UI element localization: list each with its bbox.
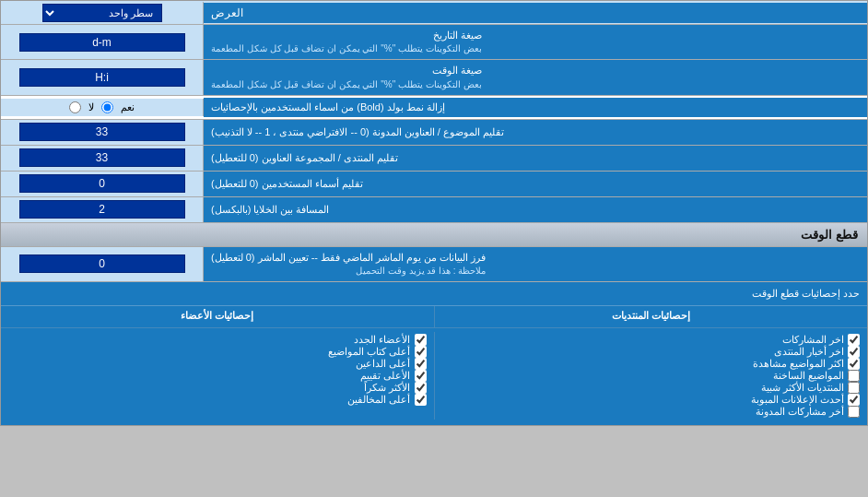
stats-col1-label-1: اخر أخبار المنتدى bbox=[774, 346, 844, 358]
stats-col1-item-3: المواضيع الساخنة bbox=[442, 370, 861, 382]
username-limit-label: تقليم أسماء المستخدمين (0 للتعطيل) bbox=[204, 172, 867, 196]
stats-col1-check-0[interactable] bbox=[848, 334, 860, 346]
cell-spacing-input-cell bbox=[1, 197, 204, 222]
cuttime-section-header: قطع الوقت bbox=[1, 223, 867, 247]
bold-remove-radio-cell: نعم لا bbox=[1, 99, 204, 116]
stats-col1-label-6: أخر مشاركات المدونة bbox=[756, 406, 844, 418]
bold-remove-row: إزالة نمط بولد (Bold) من اسماء المستخدمي… bbox=[1, 96, 867, 120]
username-limit-input[interactable] bbox=[19, 174, 185, 193]
stats-col2-check-1[interactable] bbox=[415, 346, 427, 358]
stats-col2-check-4[interactable] bbox=[415, 382, 427, 394]
date-format-label: صيغة التاريخ بعض التكوينات يتطلب "%" الت… bbox=[204, 25, 867, 59]
stats-col1: اخر المشاركات اخر أخبار المنتدى اكثر الم… bbox=[434, 332, 868, 420]
stats-col1-check-6[interactable] bbox=[848, 406, 860, 418]
username-limit-input-cell bbox=[1, 172, 204, 196]
stats-headers-row: إحصائيات المنتديات إحصائيات الأعضاء bbox=[1, 306, 867, 328]
cuttime-stats-label-row: حدد إحصائيات قطع الوقت bbox=[1, 282, 867, 306]
bold-remove-label: إزالة نمط بولد (Bold) من اسماء المستخدمي… bbox=[204, 98, 867, 117]
stats-col1-label-4: المنتديات الأكثر شبية bbox=[761, 382, 844, 394]
display-row: العرض سطر واحد سطرين ثلاثة أسطر bbox=[1, 1, 867, 25]
stats-col1-header: إحصائيات المنتديات bbox=[434, 306, 868, 327]
bold-yes-radio[interactable] bbox=[101, 101, 113, 113]
display-select[interactable]: سطر واحد سطرين ثلاثة أسطر bbox=[42, 4, 162, 22]
stats-col1-check-1[interactable] bbox=[848, 346, 860, 358]
cuttime-row-label: فرز البيانات من يوم الماشر الماضي فقط --… bbox=[204, 247, 867, 281]
stats-col2-header: إحصائيات الأعضاء bbox=[1, 306, 434, 327]
stats-col1-item-4: المنتديات الأكثر شبية bbox=[442, 382, 861, 394]
stats-col2-item-3: الأعلى تقييم bbox=[8, 370, 427, 382]
main-container: العرض سطر واحد سطرين ثلاثة أسطر صيغة الت… bbox=[0, 0, 868, 426]
stats-col2-label-5: أعلى المخالفين bbox=[347, 394, 410, 406]
display-label: العرض bbox=[204, 3, 867, 23]
stats-col2-check-5[interactable] bbox=[415, 394, 427, 406]
cell-spacing-label: المسافة بين الخلايا (بالبكسل) bbox=[204, 197, 867, 222]
date-format-input[interactable] bbox=[19, 33, 185, 52]
stats-col1-check-3[interactable] bbox=[848, 370, 860, 382]
time-format-input[interactable] bbox=[19, 68, 185, 87]
stats-col2-check-2[interactable] bbox=[415, 358, 427, 370]
cuttime-stats-label: حدد إحصائيات قطع الوقت bbox=[1, 284, 867, 303]
stats-checkboxes-area: اخر المشاركات اخر أخبار المنتدى اكثر الم… bbox=[1, 328, 867, 425]
stats-col1-label-0: اخر المشاركات bbox=[782, 334, 844, 346]
forum-group-row: تقليم المنتدى / المجموعة العناوين (0 للت… bbox=[1, 146, 867, 172]
username-limit-row: تقليم أسماء المستخدمين (0 للتعطيل) bbox=[1, 172, 867, 197]
stats-col2-label-4: الأكثر شكراً bbox=[364, 382, 410, 394]
stats-col2-item-4: الأكثر شكراً bbox=[8, 382, 427, 394]
time-format-input-cell bbox=[1, 60, 204, 94]
topic-title-row: تقليم الموضوع / العناوين المدونة (0 -- ا… bbox=[1, 120, 867, 146]
cuttime-input-cell bbox=[1, 247, 204, 281]
stats-col1-label-5: أحدث الإعلانات المبوبة bbox=[751, 394, 844, 406]
stats-col1-item-6: أخر مشاركات المدونة bbox=[442, 406, 861, 418]
topic-title-input-cell bbox=[1, 120, 204, 145]
display-select-cell: سطر واحد سطرين ثلاثة أسطر bbox=[1, 2, 204, 24]
stats-col2-check-0[interactable] bbox=[415, 334, 427, 346]
stats-col2-label-2: أعلى الداعين bbox=[356, 358, 410, 370]
topic-title-label: تقليم الموضوع / العناوين المدونة (0 -- ا… bbox=[204, 120, 867, 145]
date-format-input-cell bbox=[1, 25, 204, 59]
time-format-label: صيغة الوقت بعض التكوينات يتطلب "%" التي … bbox=[204, 60, 867, 94]
stats-col1-check-2[interactable] bbox=[848, 358, 860, 370]
cuttime-input[interactable] bbox=[19, 254, 185, 273]
stats-col2-label-3: الأعلى تقييم bbox=[360, 370, 410, 382]
stats-col2-label-1: أعلى كتاب المواضيع bbox=[328, 346, 410, 358]
stats-col2-item-0: الأعضاء الجدد bbox=[8, 334, 427, 346]
stats-col2-item-2: أعلى الداعين bbox=[8, 358, 427, 370]
stats-section: حدد إحصائيات قطع الوقت إحصائيات المنتديا… bbox=[1, 282, 867, 425]
stats-col2-item-1: أعلى كتاب المواضيع bbox=[8, 346, 427, 358]
forum-group-input-cell bbox=[1, 146, 204, 171]
stats-col1-label-3: المواضيع الساخنة bbox=[773, 370, 844, 382]
bold-no-label: لا bbox=[88, 101, 94, 113]
stats-col1-item-1: اخر أخبار المنتدى bbox=[442, 346, 861, 358]
stats-col1-item-0: اخر المشاركات bbox=[442, 334, 861, 346]
date-format-row: صيغة التاريخ بعض التكوينات يتطلب "%" الت… bbox=[1, 25, 867, 60]
stats-col1-check-4[interactable] bbox=[848, 382, 860, 394]
cell-spacing-row: المسافة بين الخلايا (بالبكسل) bbox=[1, 197, 867, 223]
stats-col1-item-2: اكثر المواضيع مشاهدة bbox=[442, 358, 861, 370]
forum-group-input[interactable] bbox=[19, 148, 185, 167]
stats-col2: الأعضاء الجدد أعلى كتاب المواضيع أعلى ال… bbox=[1, 332, 434, 420]
cell-spacing-input[interactable] bbox=[19, 200, 185, 219]
stats-col2-check-3[interactable] bbox=[415, 370, 427, 382]
stats-col1-label-2: اكثر المواضيع مشاهدة bbox=[753, 358, 844, 370]
stats-col1-check-5[interactable] bbox=[848, 394, 860, 406]
bold-no-radio[interactable] bbox=[69, 101, 81, 113]
forum-group-label: تقليم المنتدى / المجموعة العناوين (0 للت… bbox=[204, 146, 867, 171]
stats-col2-item-5: أعلى المخالفين bbox=[8, 394, 427, 406]
bold-yes-label: نعم bbox=[121, 101, 135, 113]
cuttime-row: فرز البيانات من يوم الماشر الماضي فقط --… bbox=[1, 247, 867, 282]
stats-col2-label-0: الأعضاء الجدد bbox=[354, 334, 410, 346]
topic-title-input[interactable] bbox=[19, 123, 185, 141]
stats-col1-item-5: أحدث الإعلانات المبوبة bbox=[442, 394, 861, 406]
time-format-row: صيغة الوقت بعض التكوينات يتطلب "%" التي … bbox=[1, 60, 867, 95]
